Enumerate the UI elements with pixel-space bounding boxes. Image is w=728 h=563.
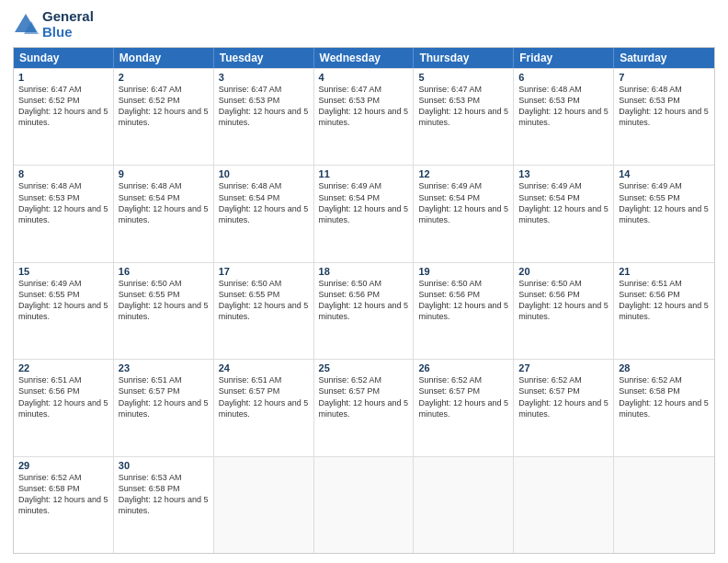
day-number: 7: [619, 72, 710, 83]
calendar-cell: 11 Sunrise: 6:49 AMSunset: 6:54 PMDaylig…: [314, 166, 415, 261]
day-info: Sunrise: 6:50 AMSunset: 6:56 PMDaylight:…: [319, 278, 409, 323]
calendar: Sunday Monday Tuesday Wednesday Thursday…: [13, 47, 715, 554]
header-saturday: Saturday: [614, 48, 714, 68]
day-info: Sunrise: 6:48 AMSunset: 6:54 PMDaylight:…: [219, 180, 309, 225]
day-info: Sunrise: 6:47 AMSunset: 6:53 PMDaylight:…: [319, 84, 409, 129]
calendar-cell: 8 Sunrise: 6:48 AMSunset: 6:53 PMDayligh…: [14, 166, 114, 261]
header-thursday: Thursday: [414, 48, 514, 68]
calendar-header: Sunday Monday Tuesday Wednesday Thursday…: [14, 48, 714, 68]
day-info: Sunrise: 6:52 AMSunset: 6:58 PMDaylight:…: [18, 472, 108, 517]
calendar-cell: 6 Sunrise: 6:48 AMSunset: 6:53 PMDayligh…: [514, 69, 614, 165]
calendar-week-2: 8 Sunrise: 6:48 AMSunset: 6:53 PMDayligh…: [14, 165, 714, 261]
day-info: Sunrise: 6:51 AMSunset: 6:56 PMDaylight:…: [619, 278, 710, 323]
day-info: Sunrise: 6:52 AMSunset: 6:57 PMDaylight:…: [319, 374, 409, 419]
day-number: 6: [518, 72, 609, 83]
calendar-week-4: 22 Sunrise: 6:51 AMSunset: 6:56 PMDaylig…: [14, 359, 714, 455]
day-number: 4: [319, 72, 409, 83]
day-info: Sunrise: 6:48 AMSunset: 6:54 PMDaylight:…: [119, 180, 209, 225]
logo: General Blue: [13, 9, 94, 40]
calendar-cell: 28 Sunrise: 6:52 AMSunset: 6:58 PMDaylig…: [614, 360, 714, 455]
header-monday: Monday: [114, 48, 214, 68]
day-info: Sunrise: 6:53 AMSunset: 6:58 PMDaylight:…: [119, 472, 209, 517]
day-number: 16: [119, 266, 209, 277]
calendar-cell: 4 Sunrise: 6:47 AMSunset: 6:53 PMDayligh…: [314, 69, 415, 165]
calendar-cell: 30 Sunrise: 6:53 AMSunset: 6:58 PMDaylig…: [114, 457, 214, 553]
day-number: 21: [619, 266, 710, 277]
day-number: 3: [219, 72, 309, 83]
calendar-cell: 5 Sunrise: 6:47 AMSunset: 6:53 PMDayligh…: [414, 69, 514, 165]
day-number: 10: [219, 168, 309, 179]
day-number: 17: [219, 266, 309, 277]
calendar-cell: 27 Sunrise: 6:52 AMSunset: 6:57 PMDaylig…: [514, 360, 614, 455]
day-info: Sunrise: 6:48 AMSunset: 6:53 PMDaylight:…: [619, 84, 710, 129]
day-number: 28: [619, 362, 710, 373]
day-number: 5: [418, 72, 508, 83]
calendar-cell: [614, 457, 714, 553]
day-info: Sunrise: 6:49 AMSunset: 6:54 PMDaylight:…: [319, 180, 409, 225]
header-friday: Friday: [514, 48, 614, 68]
calendar-cell: 22 Sunrise: 6:51 AMSunset: 6:56 PMDaylig…: [14, 360, 114, 455]
day-number: 23: [119, 362, 209, 373]
logo-text: General Blue: [42, 9, 94, 40]
calendar-cell: 15 Sunrise: 6:49 AMSunset: 6:55 PMDaylig…: [14, 263, 114, 359]
calendar-cell: 29 Sunrise: 6:52 AMSunset: 6:58 PMDaylig…: [14, 457, 114, 553]
day-info: Sunrise: 6:48 AMSunset: 6:53 PMDaylight:…: [18, 180, 108, 225]
day-number: 2: [119, 72, 209, 83]
header: General Blue: [13, 9, 715, 40]
page: General Blue Sunday Monday Tuesday Wedne…: [0, 0, 728, 563]
calendar-cell: 18 Sunrise: 6:50 AMSunset: 6:56 PMDaylig…: [314, 263, 415, 359]
day-number: 19: [418, 266, 508, 277]
calendar-cell: 7 Sunrise: 6:48 AMSunset: 6:53 PMDayligh…: [614, 69, 714, 165]
day-info: Sunrise: 6:48 AMSunset: 6:53 PMDaylight:…: [518, 84, 609, 129]
calendar-cell: 10 Sunrise: 6:48 AMSunset: 6:54 PMDaylig…: [214, 166, 314, 261]
day-number: 9: [119, 168, 209, 179]
header-sunday: Sunday: [14, 48, 114, 68]
calendar-cell: 1 Sunrise: 6:47 AMSunset: 6:52 PMDayligh…: [14, 69, 114, 165]
calendar-week-3: 15 Sunrise: 6:49 AMSunset: 6:55 PMDaylig…: [14, 262, 714, 359]
day-info: Sunrise: 6:50 AMSunset: 6:56 PMDaylight:…: [518, 278, 609, 323]
calendar-cell: 14 Sunrise: 6:49 AMSunset: 6:55 PMDaylig…: [614, 166, 714, 261]
day-info: Sunrise: 6:47 AMSunset: 6:52 PMDaylight:…: [119, 84, 209, 129]
day-number: 30: [119, 460, 209, 471]
day-info: Sunrise: 6:50 AMSunset: 6:55 PMDaylight:…: [219, 278, 309, 323]
calendar-cell: 24 Sunrise: 6:51 AMSunset: 6:57 PMDaylig…: [214, 360, 314, 455]
day-info: Sunrise: 6:52 AMSunset: 6:57 PMDaylight:…: [418, 374, 508, 419]
day-info: Sunrise: 6:47 AMSunset: 6:52 PMDaylight:…: [18, 84, 108, 129]
day-info: Sunrise: 6:49 AMSunset: 6:54 PMDaylight:…: [518, 180, 609, 225]
calendar-cell: 23 Sunrise: 6:51 AMSunset: 6:57 PMDaylig…: [114, 360, 214, 455]
day-info: Sunrise: 6:49 AMSunset: 6:55 PMDaylight:…: [619, 180, 710, 225]
day-number: 15: [18, 266, 108, 277]
logo-icon: [13, 12, 39, 38]
day-info: Sunrise: 6:49 AMSunset: 6:54 PMDaylight:…: [418, 180, 508, 225]
calendar-cell: [214, 457, 314, 553]
day-info: Sunrise: 6:47 AMSunset: 6:53 PMDaylight:…: [219, 84, 309, 129]
day-number: 20: [518, 266, 609, 277]
calendar-cell: 21 Sunrise: 6:51 AMSunset: 6:56 PMDaylig…: [614, 263, 714, 359]
day-number: 26: [418, 362, 508, 373]
calendar-week-1: 1 Sunrise: 6:47 AMSunset: 6:52 PMDayligh…: [14, 68, 714, 165]
calendar-cell: 3 Sunrise: 6:47 AMSunset: 6:53 PMDayligh…: [214, 69, 314, 165]
day-info: Sunrise: 6:50 AMSunset: 6:55 PMDaylight:…: [119, 278, 209, 323]
day-info: Sunrise: 6:51 AMSunset: 6:56 PMDaylight:…: [18, 374, 108, 419]
calendar-cell: [514, 457, 614, 553]
calendar-week-5: 29 Sunrise: 6:52 AMSunset: 6:58 PMDaylig…: [14, 456, 714, 553]
calendar-cell: 13 Sunrise: 6:49 AMSunset: 6:54 PMDaylig…: [514, 166, 614, 261]
day-number: 8: [18, 168, 108, 179]
calendar-body: 1 Sunrise: 6:47 AMSunset: 6:52 PMDayligh…: [14, 68, 714, 553]
day-number: 1: [18, 72, 108, 83]
day-info: Sunrise: 6:52 AMSunset: 6:57 PMDaylight:…: [518, 374, 609, 419]
header-wednesday: Wednesday: [314, 48, 415, 68]
header-tuesday: Tuesday: [214, 48, 314, 68]
calendar-cell: 12 Sunrise: 6:49 AMSunset: 6:54 PMDaylig…: [414, 166, 514, 261]
calendar-cell: [414, 457, 514, 553]
calendar-cell: 17 Sunrise: 6:50 AMSunset: 6:55 PMDaylig…: [214, 263, 314, 359]
calendar-cell: 2 Sunrise: 6:47 AMSunset: 6:52 PMDayligh…: [114, 69, 214, 165]
calendar-cell: 19 Sunrise: 6:50 AMSunset: 6:56 PMDaylig…: [414, 263, 514, 359]
calendar-cell: 9 Sunrise: 6:48 AMSunset: 6:54 PMDayligh…: [114, 166, 214, 261]
day-info: Sunrise: 6:47 AMSunset: 6:53 PMDaylight:…: [418, 84, 508, 129]
day-number: 25: [319, 362, 409, 373]
day-info: Sunrise: 6:49 AMSunset: 6:55 PMDaylight:…: [18, 278, 108, 323]
day-number: 18: [319, 266, 409, 277]
day-number: 11: [319, 168, 409, 179]
calendar-cell: 20 Sunrise: 6:50 AMSunset: 6:56 PMDaylig…: [514, 263, 614, 359]
